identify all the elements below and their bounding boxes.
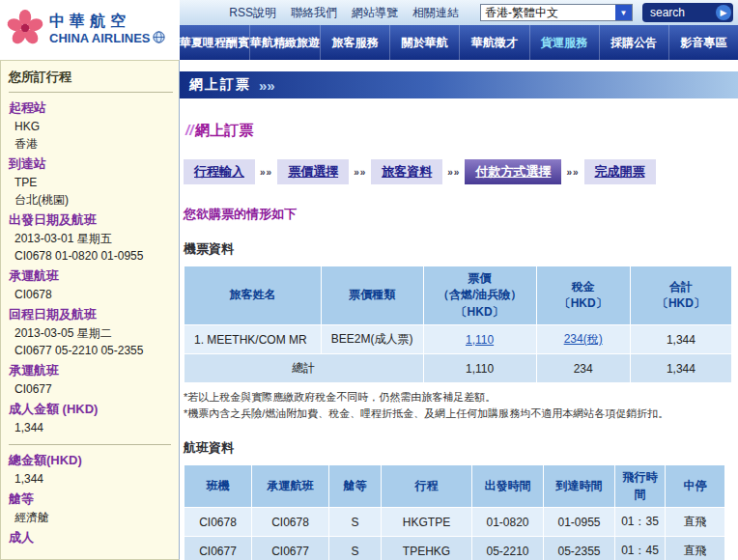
route-cell: HKGTPE — [382, 508, 472, 537]
page: RSS說明 聯絡我們 網站導覽 相關連結 香港-繁體中文 ▼ ▶ — [0, 0, 738, 560]
group-value: TPE — [9, 174, 173, 191]
col-flight-time: 飛行時間 — [615, 465, 666, 508]
col-fare: 票價 （含燃/油兵險） 〔HKD〕 — [423, 266, 536, 325]
col-flight-no: 班機 — [184, 465, 252, 508]
step-fare[interactable]: 票價選擇 — [277, 159, 349, 184]
step-separator-icon: »» — [566, 167, 579, 178]
nav-item-cargo[interactable]: 貨運服務 — [529, 25, 599, 60]
group-label: 到達站 — [9, 154, 173, 174]
group-label: 承運航班 — [9, 266, 173, 286]
fare-detail-link[interactable]: 1,110 — [466, 333, 494, 347]
tax-cell: 234(稅) — [536, 325, 630, 354]
col-route: 行程 — [382, 465, 472, 508]
arrival-cell: 01-0955 — [544, 508, 615, 537]
group-value: 1,344 — [9, 419, 173, 436]
banner-title: 網上訂票 — [189, 76, 251, 94]
sidebar-group-total: 總金額(HKD) 1,344 — [9, 451, 173, 488]
sidebar-divider — [9, 444, 171, 445]
main-nav: 華夏哩程酬賓 華航精緻旅遊 旅客服務 關於華航 華航徵才 貨運服務 採購公告 影… — [180, 25, 738, 60]
search-submit-button[interactable]: ▶ — [716, 5, 731, 20]
group-label: 承運航班 — [9, 361, 173, 380]
stops-cell: 直飛 — [666, 508, 725, 537]
total-label-cell: 總計 — [184, 354, 424, 383]
nav-item-mileage[interactable]: 華夏哩程酬賓 — [180, 25, 249, 60]
flight-table: 班機 承運航班 艙等 行程 出發時間 到達時間 飛行時間 中停 CI0678 C… — [184, 464, 725, 560]
step-separator-icon: »» — [447, 167, 460, 178]
total-tax-cell: 234 — [536, 354, 630, 383]
flight-table-header: 班機 承運航班 艙等 行程 出發時間 到達時間 飛行時間 中停 — [184, 465, 725, 508]
nav-item-media[interactable]: 影音專區 — [668, 25, 738, 60]
col-operating-flight: 承運航班 — [252, 465, 329, 508]
sidebar-group-destination: 到達站 TPE 台北(桃園) — [9, 154, 173, 209]
sidebar-group-adult: 成人 — [9, 528, 173, 547]
group-label: 回程日期及航班 — [9, 305, 173, 324]
flight-no-cell: CI0678 — [184, 508, 252, 537]
step-separator-icon: »» — [260, 167, 272, 178]
sidebar-group-adult-fare: 成人金額 (HKD) 1,344 — [9, 400, 173, 436]
group-value: 香港 — [9, 135, 173, 153]
stops-cell: 直飛 — [666, 537, 725, 560]
fare-cell: 1,110 — [423, 325, 536, 354]
sidebar-group-operating-return: 承運航班 CI0677 — [9, 361, 173, 398]
sidebar-group-return: 回程日期及航班 2013-03-05 星期二 CI0677 05-2210 05… — [9, 305, 173, 359]
cabin-cell: S — [329, 508, 382, 537]
main-content: 網上訂票 »» //網上訂票 行程輸入 »» 票價選擇 »» 旅客資料 »» 付… — [180, 60, 738, 560]
language-select[interactable]: 香港-繁體中文 ▼ — [480, 4, 633, 21]
cabin-cell: S — [329, 537, 382, 560]
note-tax: *若以上稅金與實際應繳政府稅金不同時，仍然需由旅客補足差額。 — [184, 389, 732, 406]
nav-item-passenger[interactable]: 旅客服務 — [320, 25, 389, 60]
group-value: 2013-03-05 星期二 — [9, 324, 173, 342]
group-value: CI0678 — [9, 286, 173, 303]
flight-no-cell: CI0677 — [184, 537, 252, 560]
page-title: //網上訂票 — [185, 122, 732, 140]
tax-detail-link[interactable]: 234(稅) — [564, 332, 603, 346]
operating-flight-cell: CI0677 — [252, 537, 329, 560]
total-sum-cell: 1,344 — [630, 354, 731, 383]
title-slashes-icon: // — [185, 122, 193, 138]
group-value: HKG — [9, 118, 173, 135]
flight-section-title: 航班資料 — [184, 439, 732, 457]
nav-item-travel[interactable]: 華航精緻旅遊 — [249, 25, 320, 60]
arrival-cell: 05-2355 — [544, 537, 615, 560]
col-fare-type: 票價種類 — [321, 266, 423, 325]
flight-row: CI0677 CI0677 S TPEHKG 05-2210 05-2355 0… — [184, 537, 725, 560]
step-passenger[interactable]: 旅客資料 — [371, 159, 442, 184]
ticket-section-title: 機票資料 — [184, 240, 732, 258]
search-input[interactable] — [650, 6, 716, 19]
booking-steps: 行程輸入 »» 票價選擇 »» 旅客資料 »» 付款方式選擇 »» 完成開票 — [184, 159, 732, 184]
col-cabin: 艙等 — [329, 465, 382, 508]
departure-cell: 01-0820 — [472, 508, 544, 537]
link-related[interactable]: 相關連結 — [412, 5, 459, 21]
sidebar-title: 您所訂行程 — [9, 69, 173, 93]
sidebar-group-operating-out: 承運航班 CI0678 — [9, 266, 173, 303]
flight-row: CI0678 CI0678 S HKGTPE 01-0820 01-0955 0… — [184, 508, 725, 537]
col-total: 合計 〔HKD〕 — [630, 266, 731, 325]
link-contact[interactable]: 聯絡我們 — [291, 5, 337, 21]
step-complete[interactable]: 完成開票 — [584, 159, 656, 184]
section-banner: 網上訂票 »» — [180, 71, 738, 98]
step-payment[interactable]: 付款方式選擇 — [465, 159, 561, 184]
link-rss[interactable]: RSS說明 — [229, 5, 276, 21]
ticket-total-row: 總計 1,110 234 1,344 — [184, 354, 732, 383]
group-value: CI0677 05-2210 05-2355 — [9, 342, 173, 359]
group-value: 2013-03-01 星期五 — [9, 230, 173, 247]
nav-item-careers[interactable]: 華航徵才 — [459, 25, 528, 60]
route-cell: TPEHKG — [382, 537, 472, 560]
link-sitemap[interactable]: 網站導覽 — [352, 5, 398, 21]
group-label: 成人金額 (HKD) — [9, 400, 173, 419]
brand-name-en: CHINA AIRLINES — [49, 32, 150, 46]
step-itinerary[interactable]: 行程輸入 — [184, 159, 255, 184]
nav-item-procurement[interactable]: 採購公告 — [599, 25, 668, 60]
ticket-row: 1. MEETHK/COM MR BEE2M(成人票) 1,110 234(稅)… — [184, 325, 732, 354]
nav-item-about[interactable]: 關於華航 — [389, 25, 459, 60]
col-tax: 稅金 〔HKD〕 — [536, 266, 630, 325]
itinerary-sidebar: 您所訂行程 起程站 HKG 香港 到達站 TPE 台北(桃園) 出發日期及航班 … — [0, 60, 180, 560]
brand-name: 中華航空 CHINA AIRLINES — [49, 13, 165, 46]
duration-cell: 01：35 — [615, 508, 666, 537]
brand-logo[interactable]: 中華航空 CHINA AIRLINES — [0, 0, 180, 60]
step-separator-icon: »» — [354, 167, 366, 178]
purchase-intro: 您欲購票的情形如下 — [184, 206, 732, 223]
chevron-down-icon[interactable]: ▼ — [615, 5, 632, 20]
col-passenger-name: 旅客姓名 — [184, 266, 322, 325]
operating-flight-cell: CI0678 — [252, 508, 329, 537]
